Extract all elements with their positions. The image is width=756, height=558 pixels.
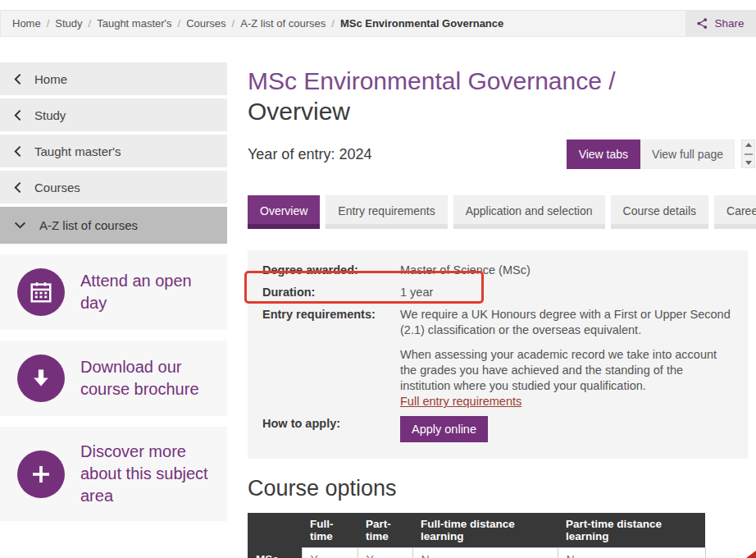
tab-course-details[interactable]: Course details [611,195,709,229]
breadcrumb-link-home[interactable]: Home [12,17,41,30]
promo-label: Attend an open day [80,270,219,314]
course-options-heading: Course options [248,475,748,501]
table-header-full-time: Full-time [302,513,358,548]
sidebar-item-label: A-Z list of courses [39,218,138,232]
course-options-table: Full-time Part-time Full-time distance l… [248,513,706,558]
breadcrumb-separator: / [47,17,50,30]
page-title-course: MSc Environmental Governance / [248,66,748,96]
tab-application-and-selection[interactable]: Application and selection [453,195,605,229]
download-icon [17,354,65,402]
sidebar-item-label: Home [34,72,67,86]
entry-requirements-paragraph: When assessing your academic record we t… [400,347,733,394]
full-entry-requirements-link[interactable]: Full entry requirements [400,395,521,408]
breadcrumb-link-study[interactable]: Study [55,17,82,30]
download-brochure-link[interactable]: Download our course brochure [0,341,227,416]
mini-scrollbar[interactable] [741,140,755,168]
breadcrumb-separator: / [89,17,92,30]
year-of-entry-row: Year of entry: 2024 View tabs View full … [248,140,748,169]
chevron-left-icon [14,73,21,85]
entry-requirements-label: Entry requirements: [262,307,400,409]
promo-label: Download our course brochure [80,356,219,400]
sidebar-item-label: Courses [34,181,80,194]
table-cell-ft-distance: N [412,548,558,558]
breadcrumb-current: MSc Environmental Governance [340,17,503,30]
table-row-label: MSc [248,548,302,558]
apply-online-button[interactable]: Apply online [400,416,488,442]
table-header-part-time: Part-time [358,513,412,548]
chevron-left-icon [14,109,21,121]
chevron-left-icon [14,145,21,158]
how-to-apply-value: Apply online [400,416,733,446]
plus-icon [17,451,65,498]
red-corner-mark [746,551,756,558]
table-header-row: Full-time Part-time Full-time distance l… [248,513,705,548]
breadcrumb-link-taught-masters[interactable]: Taught master's [97,17,171,30]
table-cell-pt-distance: N [558,548,705,558]
duration-label: Duration: [262,285,400,300]
main-content: MSc Environmental Governance / Overview … [248,66,748,558]
sidebar-item-courses[interactable]: Courses [0,171,227,204]
table-cell-full-time: Y [302,548,358,558]
breadcrumb-separator: / [232,17,235,30]
degree-awarded-value: Master of Science (MSc) [400,263,733,278]
table-header-pt-distance: Part-time distance learning [558,513,705,548]
breadcrumb-link-courses[interactable]: Courses [186,17,225,30]
sidebar: Home Study Taught master's Courses A-Z l… [0,62,227,521]
breadcrumb: Home / Study / Taught master's / Courses… [0,10,756,37]
table-cell-part-time: Y [358,548,412,558]
page-title: MSc Environmental Governance / Overview [248,66,748,126]
degree-awarded-label: Degree awarded: [262,263,400,278]
entry-requirements-row: Entry requirements: We require a UK Hono… [262,307,733,409]
degree-awarded-row: Degree awarded: Master of Science (MSc) [262,263,733,278]
tab-careers[interactable]: Careers [714,195,756,229]
entry-requirements-paragraph: We require a UK Honours degree with a Fi… [400,307,733,338]
share-button[interactable]: Share [685,11,755,36]
attend-open-day-link[interactable]: Attend an open day [0,254,227,330]
share-label: Share [714,17,744,30]
table-row: MSc Y Y N N [248,548,705,558]
breadcrumb-separator: / [178,17,181,30]
table-header-ft-distance: Full-time distance learning [412,513,558,548]
scroll-up-icon[interactable] [745,143,752,147]
view-tabs-button[interactable]: View tabs [567,140,640,169]
sidebar-item-taught-masters[interactable]: Taught master's [0,135,227,167]
breadcrumb-trail: Home / Study / Taught master's / Courses… [1,11,685,36]
duration-value: 1 year [400,285,733,300]
how-to-apply-label: How to apply: [262,416,400,446]
page: Home / Study / Taught master's / Courses… [0,0,756,558]
sidebar-item-label: Study [34,108,66,122]
page-title-section: Overview [248,96,748,126]
course-summary-panel: Degree awarded: Master of Science (MSc) … [248,250,748,459]
table-header-blank [248,513,302,548]
view-full-page-button[interactable]: View full page [640,140,735,169]
year-of-entry: Year of entry: 2024 [248,146,567,163]
chevron-down-icon [14,222,26,229]
sidebar-item-home[interactable]: Home [0,62,227,95]
scroll-down-icon[interactable] [745,161,752,165]
entry-requirements-value: We require a UK Honours degree with a Fi… [400,307,733,409]
promo-label: Discover more about this subject area [80,441,219,507]
tab-bar: Overview Entry requirements Application … [248,195,748,229]
calendar-icon [17,268,65,316]
how-to-apply-row: How to apply: Apply online [262,416,733,446]
sidebar-item-label: Taught master's [34,144,121,158]
tab-entry-requirements[interactable]: Entry requirements [326,195,447,229]
chevron-left-icon [14,181,21,194]
scrollbar-thumb[interactable] [745,153,753,155]
discover-subject-area-link[interactable]: Discover more about this subject area [0,427,227,521]
sidebar-item-az-list-of-courses[interactable]: A-Z list of courses [0,207,227,244]
share-icon [696,17,708,30]
tab-overview[interactable]: Overview [248,195,320,229]
breadcrumb-link-az-list[interactable]: A-Z list of courses [240,17,326,30]
breadcrumb-separator: / [331,17,335,30]
duration-row: Duration: 1 year [262,285,733,300]
sidebar-item-study[interactable]: Study [0,98,227,131]
